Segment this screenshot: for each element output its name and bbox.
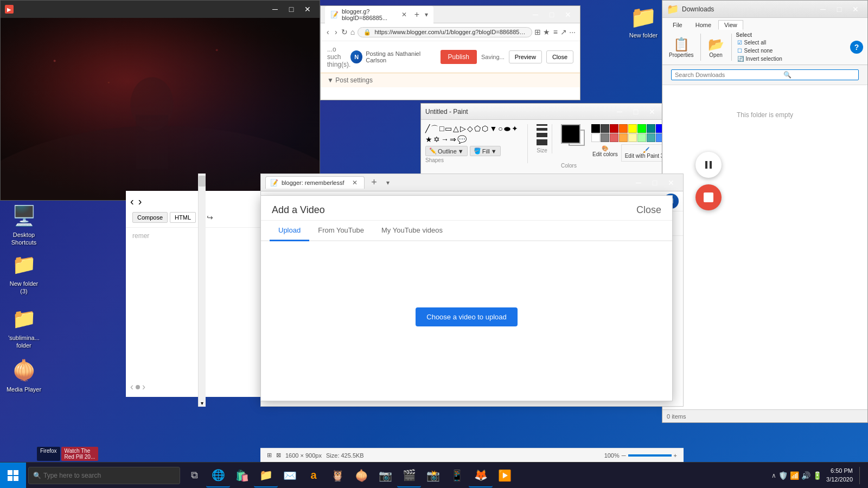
help-btn[interactable]: ?: [850, 41, 863, 54]
new-folder-3-icon[interactable]: 📁 New folder(3): [2, 249, 46, 298]
size-3[interactable]: [537, 133, 547, 137]
blogger-tab-close[interactable]: ✕: [352, 179, 358, 187]
blogger-scrollbar[interactable]: ▾: [198, 174, 206, 407]
taskbar-mail[interactable]: ✉️: [278, 464, 302, 487]
shape-hex[interactable]: ⬡: [482, 124, 488, 134]
search-input[interactable]: [675, 72, 783, 78]
taskbar-tripadvisor[interactable]: 🦉: [326, 464, 349, 487]
hub-btn[interactable]: ≡: [552, 25, 558, 38]
show-desktop-btn[interactable]: [859, 467, 864, 484]
ribbon-tab-home[interactable]: Home: [690, 20, 717, 30]
scrollbar-thumb[interactable]: [199, 176, 206, 187]
fav-btn[interactable]: ★: [543, 25, 550, 38]
taskbar-media-player[interactable]: ▶️: [493, 464, 516, 487]
shape-rect2[interactable]: ▭: [445, 124, 452, 134]
nav-next[interactable]: ›: [142, 381, 145, 393]
shape-curve[interactable]: ⌒: [431, 124, 438, 134]
color-1-swatch[interactable]: [561, 124, 580, 144]
compose-btn[interactable]: Compose: [132, 212, 168, 223]
open-btn[interactable]: 📂 Open: [705, 36, 727, 59]
properties-btn[interactable]: 📋 Properties: [667, 36, 696, 59]
shape-diamond[interactable]: ◇: [467, 124, 473, 134]
tray-volume[interactable]: 🔊: [801, 471, 810, 480]
explorer-window-controls[interactable]: ─ □ ✕: [815, 2, 863, 17]
select-all-item[interactable]: ☑ Select all: [736, 39, 783, 46]
ribbon-tab-view[interactable]: View: [718, 20, 743, 30]
outline-dropdown[interactable]: ✏️ Outline ▼: [425, 146, 468, 156]
swatch-black[interactable]: [591, 124, 600, 133]
close-blog-button[interactable]: Close: [546, 50, 573, 63]
taskbar-store[interactable]: 🛍️: [230, 464, 254, 487]
tab-from-youtube[interactable]: From YouTube: [309, 221, 373, 241]
swatch-red[interactable]: [610, 124, 618, 133]
explorer-minimize[interactable]: ─: [815, 2, 831, 17]
shape-tri[interactable]: △: [453, 124, 459, 134]
shape-star6[interactable]: ✡: [433, 135, 440, 144]
window-controls[interactable]: ─ □ ✕: [267, 2, 315, 17]
tab-my-youtube[interactable]: My YouTube videos: [373, 221, 451, 241]
swatch-yellow[interactable]: [628, 124, 637, 133]
swatch-peach[interactable]: [619, 133, 628, 142]
shape-line[interactable]: ╱: [425, 124, 430, 134]
refresh-btn[interactable]: ↻: [341, 25, 348, 38]
subliminal-folder-icon[interactable]: 📁 'sublimina...folder: [2, 304, 46, 352]
blogger-window-controls[interactable]: ─ □ ✕: [631, 175, 679, 190]
blogger-tab-dropdown[interactable]: ▾: [386, 179, 390, 187]
ribbon-tab-file[interactable]: File: [667, 20, 688, 30]
tray-chevron[interactable]: ∧: [771, 472, 776, 479]
browser-top-minimize[interactable]: ─: [528, 7, 543, 22]
shape-arrow2[interactable]: ⇒: [450, 135, 456, 144]
home-btn[interactable]: ⌂: [350, 25, 356, 38]
taskbar-firefox[interactable]: 🦊: [469, 464, 493, 487]
blogger-add-tab[interactable]: +: [367, 175, 382, 190]
tor-browser-icon[interactable]: 🧅 Media Player: [2, 355, 46, 395]
browser-top-close[interactable]: ✕: [560, 7, 576, 22]
taskbar-search[interactable]: 🔍: [28, 467, 180, 484]
nav-prev[interactable]: ‹: [130, 381, 133, 393]
share-btn[interactable]: ↗: [560, 25, 567, 38]
start-button[interactable]: [0, 463, 26, 489]
tab-dropdown[interactable]: ▾: [425, 11, 428, 18]
back-btn[interactable]: ‹: [325, 25, 331, 38]
swatch-ltteal[interactable]: [647, 133, 655, 142]
zoom-in-btn[interactable]: +: [674, 452, 677, 459]
shape-ellipse[interactable]: ○: [498, 124, 502, 134]
html-btn[interactable]: HTML: [170, 212, 196, 223]
paint-maximize[interactable]: □: [628, 104, 643, 119]
address-bar[interactable]: 🔒 https://www.blogger.com/u/1/blogger.g?…: [358, 27, 532, 37]
taskbar-edge[interactable]: 🌐: [206, 464, 230, 487]
invert-selection-item[interactable]: 🔄 Invert selection: [736, 55, 783, 62]
tab-close[interactable]: ✕: [401, 11, 407, 18]
tray-battery[interactable]: 🔋: [813, 471, 822, 480]
taskbar-photos[interactable]: 📷: [373, 464, 397, 487]
browser-top-maximize[interactable]: □: [544, 7, 559, 22]
collections-btn[interactable]: ⊞: [534, 25, 541, 38]
shape-arrow[interactable]: →: [441, 135, 449, 144]
shape-star5[interactable]: ★: [425, 135, 432, 144]
tray-security[interactable]: 🛡️: [778, 471, 788, 480]
swatch-orange[interactable]: [619, 124, 628, 133]
taskbar-tor[interactable]: 🧅: [349, 464, 373, 487]
taskbar-camera[interactable]: 📸: [421, 464, 445, 487]
size-1[interactable]: [537, 124, 547, 126]
zoom-slider[interactable]: [628, 454, 672, 457]
fill-dropdown[interactable]: 🪣 Fill ▼: [470, 146, 501, 156]
clock-area[interactable]: 6:50 PM 3/12/2020: [826, 467, 853, 484]
shape-star4[interactable]: ✦: [512, 124, 518, 134]
browser-tab[interactable]: 📝 blogger.g?blogID=886885... ✕ + ▾: [325, 6, 433, 23]
cortana-search-input[interactable]: [43, 472, 168, 479]
paint-minimize[interactable]: ─: [612, 104, 627, 119]
edit-colors-btn[interactable]: 🎨 Edit colors: [591, 144, 619, 162]
publish-button[interactable]: Publish: [441, 50, 477, 64]
blogger-close[interactable]: ✕: [663, 175, 679, 190]
sidebar-nav-left[interactable]: ‹: [130, 195, 134, 208]
maximize-button[interactable]: □: [284, 2, 299, 17]
tab-upload[interactable]: Upload: [270, 221, 309, 241]
choose-upload-btn[interactable]: Choose a video to upload: [416, 307, 517, 326]
size-4[interactable]: [537, 139, 547, 145]
shape-callout[interactable]: 💬: [457, 135, 467, 144]
shape-oval[interactable]: ⬬: [504, 124, 510, 134]
stop-record-button[interactable]: [695, 184, 722, 210]
sidebar-nav-right[interactable]: ›: [138, 195, 142, 208]
swatch-ltred[interactable]: [610, 133, 618, 142]
